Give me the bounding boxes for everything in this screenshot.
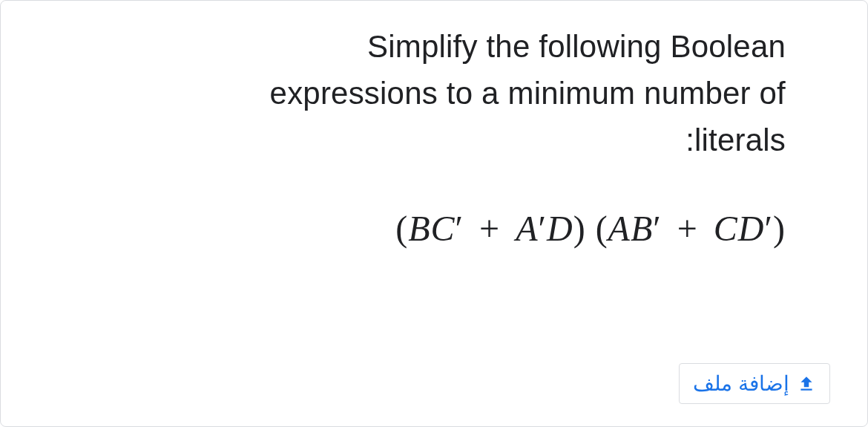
question-line-1: Simplify the following Boolean (367, 29, 786, 64)
question-card: Simplify the following Boolean expressio… (0, 0, 868, 427)
expr-cd: CD (714, 209, 765, 248)
expr-paren-open-2: ( (596, 209, 608, 248)
question-line-3: :literals (685, 123, 786, 157)
expr-prime-4: ′ (765, 209, 774, 248)
question-text: Simplify the following Boolean expressio… (23, 23, 830, 163)
expr-prime-3: ′ (653, 209, 662, 248)
add-file-button[interactable]: إضافة ملف (679, 363, 830, 404)
expr-prime-1: ′ (456, 209, 464, 248)
expr-paren-close-1: ) (573, 209, 596, 248)
expr-plus-1: + (470, 209, 510, 248)
expr-ab: AB (608, 209, 654, 248)
expr-bc: BC (408, 209, 455, 248)
upload-icon (797, 374, 816, 394)
question-line-2: expressions to a minimum number of (270, 76, 786, 111)
expr-d: D (547, 209, 573, 248)
expr-a: A (516, 209, 538, 248)
add-file-label: إضافة ملف (693, 371, 789, 396)
expr-plus-2: + (668, 209, 708, 248)
expr-prime-2: ′ (538, 209, 547, 248)
expr-paren-open-1: ( (395, 209, 408, 248)
expr-paren-close-2: ) (773, 209, 786, 248)
boolean-expression: (BC′ + A′D) (AB′ + CD′) (23, 208, 830, 249)
